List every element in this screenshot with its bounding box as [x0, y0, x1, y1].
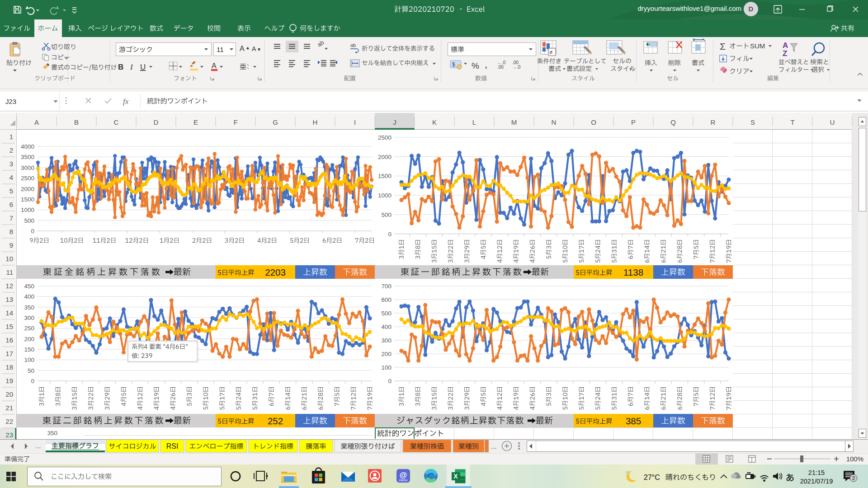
- svg-text:ab: ab: [316, 39, 325, 48]
- svg-text:500: 500: [24, 217, 34, 224]
- svg-text:0: 0: [388, 231, 392, 238]
- svg-text:22: 22: [5, 418, 13, 425]
- svg-text:12: 12: [5, 282, 13, 290]
- svg-text:Σ: Σ: [720, 41, 726, 52]
- svg-text:.00: .00: [497, 65, 504, 70]
- svg-text:K: K: [432, 118, 437, 126]
- svg-text:2021/07/19: 2021/07/19: [800, 478, 833, 485]
- svg-text:7: 7: [9, 214, 13, 222]
- svg-text:fx: fx: [123, 97, 129, 106]
- svg-text:2: 2: [852, 475, 855, 481]
- svg-text:3: 3: [9, 160, 13, 168]
- svg-text:500: 500: [381, 310, 392, 317]
- svg-text:A: A: [34, 118, 39, 126]
- svg-text:1500: 1500: [378, 173, 392, 179]
- svg-text:252: 252: [268, 416, 283, 426]
- svg-text:1000: 1000: [21, 206, 34, 213]
- svg-text:$: $: [452, 61, 455, 68]
- svg-text:2000: 2000: [21, 186, 34, 192]
- svg-text:,: ,: [485, 59, 487, 70]
- svg-text:1138: 1138: [623, 267, 643, 277]
- svg-text:T: T: [790, 118, 794, 126]
- svg-text:N: N: [552, 118, 557, 126]
- svg-text:SUM: SUM: [750, 42, 765, 50]
- svg-text:2500: 2500: [378, 134, 392, 141]
- svg-text:C: C: [114, 118, 119, 126]
- svg-text:200: 200: [24, 336, 34, 343]
- svg-text:Z: Z: [783, 49, 787, 58]
- svg-text:3000: 3000: [21, 164, 34, 171]
- svg-text:0: 0: [31, 378, 34, 385]
- svg-text:2: 2: [9, 146, 13, 154]
- svg-text:J: J: [393, 118, 396, 126]
- svg-text:300: 300: [24, 314, 34, 321]
- svg-text:21: 21: [5, 404, 13, 412]
- svg-text:→.0: →.0: [512, 65, 521, 70]
- svg-text:0: 0: [388, 378, 392, 385]
- svg-text:11: 11: [6, 268, 13, 276]
- svg-text:...: ...: [491, 442, 497, 450]
- svg-text:6: 6: [9, 201, 13, 208]
- svg-text:8: 8: [9, 228, 13, 235]
- svg-text:100%: 100%: [846, 455, 863, 463]
- svg-text:O: O: [591, 118, 596, 126]
- svg-text:D: D: [154, 118, 159, 126]
- svg-text:RSI: RSI: [166, 442, 179, 450]
- svg-text:1500: 1500: [21, 196, 34, 203]
- svg-text:400: 400: [24, 293, 34, 300]
- svg-text:%: %: [472, 61, 479, 70]
- svg-text:23: 23: [5, 431, 13, 439]
- svg-text:M: M: [511, 118, 517, 126]
- svg-text:G: G: [273, 118, 278, 126]
- svg-text:9: 9: [9, 241, 13, 249]
- svg-text:P: P: [631, 118, 636, 126]
- svg-text:U: U: [830, 118, 835, 126]
- svg-text:2500: 2500: [21, 175, 34, 182]
- svg-text:15: 15: [5, 323, 13, 330]
- svg-text:5: 5: [9, 187, 13, 195]
- svg-text:600: 600: [381, 296, 392, 303]
- svg-text:13: 13: [5, 296, 13, 303]
- svg-text:385: 385: [626, 416, 641, 426]
- svg-text:≠: ≠: [549, 49, 552, 56]
- svg-text:100: 100: [381, 364, 392, 371]
- svg-text:S: S: [750, 118, 755, 126]
- svg-text:Q: Q: [670, 118, 676, 126]
- svg-text:19: 19: [5, 377, 13, 385]
- svg-text:4: 4: [9, 174, 13, 181]
- svg-text:250: 250: [24, 325, 34, 332]
- svg-text:20: 20: [5, 390, 13, 398]
- svg-text:E: E: [193, 118, 198, 126]
- svg-text:21:15: 21:15: [808, 469, 825, 476]
- svg-text:menu: menu: [399, 478, 408, 482]
- svg-text:400: 400: [381, 324, 392, 330]
- svg-text:200: 200: [381, 351, 392, 357]
- svg-text:350: 350: [24, 304, 34, 311]
- svg-text:350: 350: [47, 430, 57, 436]
- svg-text:700: 700: [381, 283, 392, 290]
- svg-text:A: A: [783, 41, 788, 50]
- svg-text:50: 50: [28, 367, 34, 374]
- svg-text:1: 1: [9, 133, 13, 141]
- svg-text:H: H: [313, 118, 318, 126]
- svg-text:300: 300: [381, 337, 392, 344]
- svg-text:150: 150: [24, 346, 34, 353]
- svg-text:F: F: [233, 118, 237, 126]
- svg-text:4000: 4000: [21, 143, 34, 150]
- svg-text:B: B: [74, 118, 79, 126]
- svg-text:...: ...: [35, 442, 41, 450]
- svg-text:100: 100: [24, 357, 34, 363]
- svg-text:450: 450: [24, 283, 34, 290]
- svg-text:18: 18: [5, 363, 13, 371]
- svg-text:17: 17: [5, 350, 13, 357]
- svg-text:3500: 3500: [21, 154, 34, 160]
- svg-text:2000: 2000: [378, 154, 392, 160]
- svg-text:0: 0: [31, 228, 34, 235]
- svg-text:R: R: [711, 118, 716, 126]
- svg-text:I: I: [354, 118, 356, 126]
- svg-text:ab: ab: [350, 42, 356, 48]
- svg-text:14: 14: [5, 309, 13, 317]
- svg-text:500: 500: [381, 211, 392, 218]
- svg-text:27°C: 27°C: [644, 474, 660, 481]
- svg-text:L: L: [472, 118, 476, 126]
